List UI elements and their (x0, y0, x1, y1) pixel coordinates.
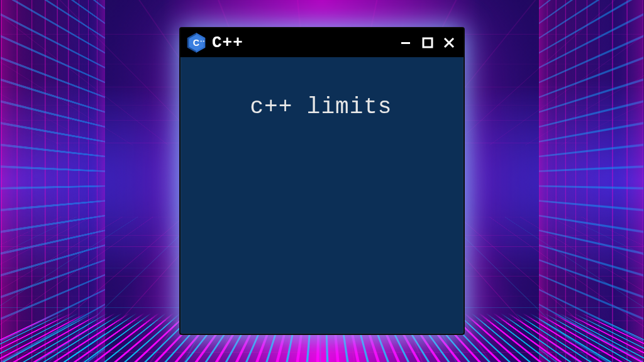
svg-rect-7 (423, 38, 432, 47)
window-title: C++ (212, 33, 393, 52)
window-controls (398, 35, 457, 51)
terminal-line: c++ limits (250, 94, 392, 120)
terminal-content[interactable]: c++ limits (180, 57, 464, 334)
svg-text:+: + (200, 39, 202, 43)
close-button[interactable] (441, 35, 457, 51)
titlebar[interactable]: C + + C++ (180, 28, 464, 57)
terminal-window: C + + C++ c++ limits (179, 27, 465, 335)
svg-text:+: + (203, 39, 204, 43)
svg-text:C: C (193, 37, 199, 47)
maximize-button[interactable] (419, 35, 436, 51)
svg-rect-6 (401, 42, 410, 44)
minimize-button[interactable] (398, 35, 414, 51)
cpp-logo-icon: C + + (186, 32, 207, 53)
